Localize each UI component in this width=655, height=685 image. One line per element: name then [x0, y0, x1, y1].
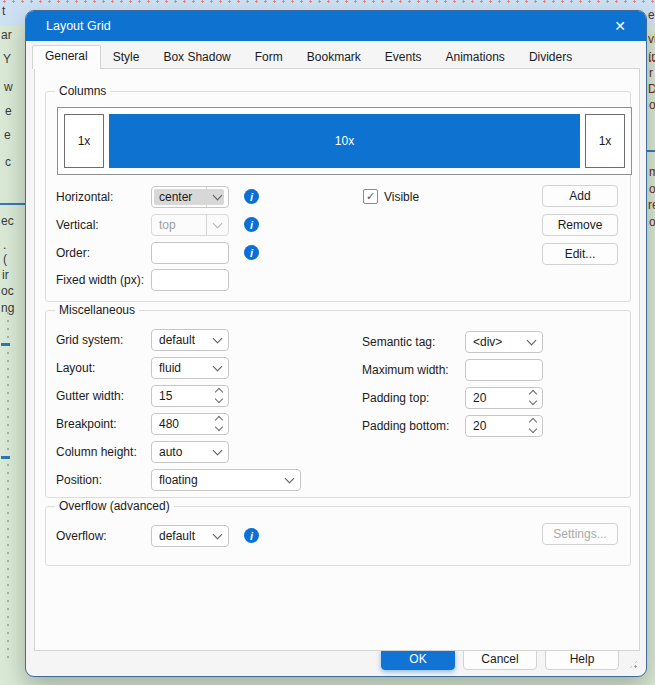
chevron-down-icon[interactable]: [206, 187, 228, 207]
miscellaneous-group: Miscellaneous Grid system: default Layou…: [45, 310, 631, 498]
maximum-width-label: Maximum width:: [362, 359, 449, 381]
padding-top-value: 20: [473, 388, 486, 408]
background-text-fragment: o: [649, 215, 655, 229]
breakpoint-label: Breakpoint:: [56, 413, 117, 435]
background-divider-line: [647, 150, 655, 152]
overflow-group: Overflow (advanced) Overflow: default i …: [45, 506, 631, 566]
fixed-width-input[interactable]: [151, 269, 229, 291]
layout-select-value: fluid: [159, 358, 181, 378]
breakpoint-stepper[interactable]: 480: [151, 413, 229, 435]
background-ruler-tick: [1, 456, 10, 459]
semantic-tag-select[interactable]: <div>: [465, 331, 543, 353]
order-label: Order:: [56, 242, 90, 264]
settings-button: Settings...: [542, 523, 618, 545]
background-text-fragment: r: [649, 66, 653, 80]
overflow-info-icon[interactable]: i: [244, 528, 259, 543]
resize-grip[interactable]: [628, 659, 639, 670]
background-text-fragment: ar: [1, 28, 12, 42]
position-label: Position:: [56, 469, 102, 491]
fixed-width-label: Fixed width (px):: [56, 269, 144, 291]
stepper-arrows-icon[interactable]: [530, 419, 536, 432]
padding-bottom-value: 20: [473, 416, 486, 436]
vertical-info-icon[interactable]: i: [244, 217, 259, 232]
padding-bottom-stepper[interactable]: 20: [465, 415, 543, 437]
column-height-select-value: auto: [159, 442, 182, 462]
background-text-fragment: oc: [1, 284, 14, 298]
columns-group: Columns 1x 10x 1x Horizontal: center i V…: [45, 91, 631, 302]
cancel-button[interactable]: Cancel: [463, 648, 537, 670]
layout-select[interactable]: fluid: [151, 357, 229, 379]
position-select-value: floating: [159, 470, 198, 490]
chevron-down-icon[interactable]: [207, 442, 228, 462]
dialog-titlebar[interactable]: Layout Grid ✕: [26, 11, 646, 41]
gutter-width-label: Gutter width:: [56, 385, 124, 407]
background-text-fragment: o: [649, 98, 655, 112]
background-text-fragment: e: [5, 104, 12, 118]
overflow-select-value: default: [159, 526, 195, 546]
edit-button[interactable]: Edit...: [542, 243, 618, 265]
position-select[interactable]: floating: [151, 469, 301, 491]
column-cell-left[interactable]: 1x: [64, 114, 104, 168]
tab-events[interactable]: Events: [373, 47, 434, 68]
tab-bookmark[interactable]: Bookmark: [295, 47, 373, 68]
tab-form[interactable]: Form: [243, 47, 295, 68]
background-ruler: [7, 312, 9, 664]
background-text-fragment: ec: [1, 214, 14, 228]
vertical-select: top: [151, 214, 229, 236]
background-spellcheck-underline: [648, 60, 655, 62]
background-text-fragment: (: [3, 252, 7, 266]
dialog-title: Layout Grid: [46, 19, 111, 33]
padding-top-stepper[interactable]: 20: [465, 387, 543, 409]
tab-box-shadow[interactable]: Box Shadow: [151, 47, 242, 68]
stepper-arrows-icon[interactable]: [216, 389, 222, 402]
overflow-label: Overflow:: [56, 525, 107, 547]
chevron-down-icon[interactable]: [279, 470, 300, 490]
background-ruler-dots: [0, 0, 655, 3]
background-text-fragment: o: [649, 182, 655, 196]
gutter-width-value: 15: [159, 386, 172, 406]
tab-dividers[interactable]: Dividers: [517, 47, 584, 68]
chevron-down-icon: [206, 215, 228, 235]
chevron-down-icon[interactable]: [207, 526, 228, 546]
chevron-down-icon[interactable]: [207, 330, 228, 350]
background-text-fragment: e: [4, 128, 11, 142]
layout-label: Layout:: [56, 357, 95, 379]
horizontal-select[interactable]: center: [151, 186, 229, 208]
order-input[interactable]: [151, 242, 229, 264]
tab-general[interactable]: General: [32, 45, 101, 69]
grid-system-select[interactable]: default: [151, 329, 229, 351]
column-cell-right[interactable]: 1x: [585, 114, 625, 168]
column-height-select[interactable]: auto: [151, 441, 229, 463]
overflow-select[interactable]: default: [151, 525, 229, 547]
background-text-fragment: c: [5, 155, 11, 169]
stepper-arrows-icon[interactable]: [530, 391, 536, 404]
padding-top-label: Padding top:: [362, 387, 429, 409]
stepper-arrows-icon[interactable]: [216, 417, 222, 430]
general-tab-page: Columns 1x 10x 1x Horizontal: center i V…: [34, 68, 640, 651]
gutter-width-stepper[interactable]: 15: [151, 385, 229, 407]
background-text-fragment: D: [648, 82, 655, 96]
tab-animations[interactable]: Animations: [434, 47, 517, 68]
miscellaneous-group-title: Miscellaneous: [55, 303, 139, 317]
chevron-down-icon[interactable]: [521, 332, 542, 352]
add-button[interactable]: Add: [542, 185, 618, 207]
close-icon[interactable]: ✕: [600, 11, 640, 41]
semantic-tag-label: Semantic tag:: [362, 331, 435, 353]
horizontal-info-icon[interactable]: i: [244, 189, 259, 204]
order-info-icon[interactable]: i: [244, 245, 259, 260]
background-text-fragment: vi: [648, 32, 655, 46]
ok-button[interactable]: OK: [381, 648, 455, 670]
tab-style[interactable]: Style: [101, 47, 152, 68]
breakpoint-value: 480: [159, 414, 179, 434]
column-cell-center[interactable]: 10x: [109, 114, 580, 168]
maximum-width-input[interactable]: [465, 359, 543, 381]
chevron-down-icon[interactable]: [207, 358, 228, 378]
background-text-fragment: ir: [2, 268, 9, 282]
help-button[interactable]: Help: [545, 648, 619, 670]
visible-checkbox[interactable]: ✓ Visible: [363, 189, 419, 204]
remove-button[interactable]: Remove: [542, 214, 618, 236]
background-text-fragment: e: [648, 8, 655, 22]
layout-grid-dialog: Layout Grid ✕ General Style Box Shadow F…: [25, 10, 647, 677]
horizontal-select-value: center: [159, 187, 192, 207]
background-text-fragment: Y: [3, 52, 11, 66]
